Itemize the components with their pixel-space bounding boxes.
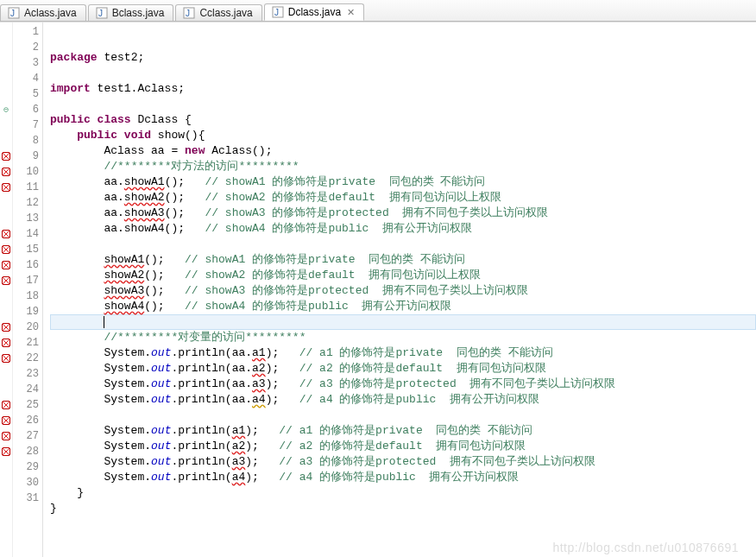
code-token: a3 xyxy=(232,455,246,468)
code-line[interactable]: showA3(); // showA3 的修饰符是protected 拥有不同包… xyxy=(50,283,756,299)
gutter-marker xyxy=(0,242,12,257)
code-token: ); xyxy=(245,440,279,453)
code-line[interactable]: System.out.println(a4); // a4 的修饰符是publi… xyxy=(50,470,756,485)
code-token: System. xyxy=(50,424,151,437)
code-token: ); xyxy=(266,362,299,375)
code-token: showA1 xyxy=(124,175,165,188)
code-line[interactable]: aa.showA2(); // showA2 的修饰符是default 拥有同包… xyxy=(50,190,756,206)
code-token: (); xyxy=(144,284,185,297)
java-file-icon: J xyxy=(8,7,20,19)
code-line[interactable]: System.out.println(aa.a3); // a3 的修饰符是pr… xyxy=(50,377,756,392)
code-token: .println(aa. xyxy=(171,377,252,390)
error-icon xyxy=(1,322,11,332)
code-line[interactable]: } xyxy=(50,485,756,501)
gutter-marker xyxy=(0,149,12,164)
code-line[interactable]: System.out.println(a2); // a2 的修饰符是defau… xyxy=(50,439,756,454)
gutter-marker xyxy=(0,351,12,366)
code-line[interactable] xyxy=(50,516,756,532)
code-token: a2 xyxy=(232,440,246,453)
code-line[interactable] xyxy=(50,408,756,423)
line-number: 14 xyxy=(13,226,39,242)
close-icon[interactable]: ✕ xyxy=(347,7,355,18)
svg-text:J: J xyxy=(10,9,15,18)
code-line[interactable]: } xyxy=(50,501,756,516)
line-number: 21 xyxy=(13,335,39,351)
code-line[interactable]: System.out.println(aa.a4); // a4 的修饰符是pu… xyxy=(50,392,756,408)
gutter-marker xyxy=(0,397,12,413)
code-editor[interactable]: ⊖ 12345678910111213141516171819202122232… xyxy=(0,22,756,557)
code-token: show(){ xyxy=(158,129,205,142)
gutter-marker xyxy=(0,195,12,211)
code-token: a2 xyxy=(252,362,266,375)
line-number: 6 xyxy=(13,102,39,117)
code-line[interactable]: System.out.println(aa.a2); // a2 的修饰符是de… xyxy=(50,361,756,377)
line-number: 3 xyxy=(13,55,39,71)
code-line[interactable]: System.out.println(a3); // a3 的修饰符是prote… xyxy=(50,454,756,470)
code-line[interactable]: System.out.println(a1); // a1 的修饰符是priva… xyxy=(50,423,756,439)
code-token: (); xyxy=(144,253,185,266)
gutter-marker xyxy=(0,211,12,226)
code-line[interactable]: import test1.Aclass; xyxy=(50,81,756,97)
code-line[interactable] xyxy=(50,66,756,81)
line-number-gutter: 1234567891011121314151617181920212223242… xyxy=(13,22,43,557)
line-number: 15 xyxy=(13,242,39,257)
code-token: System. xyxy=(50,471,151,484)
error-icon xyxy=(1,260,11,270)
gutter-marker xyxy=(0,288,12,304)
code-line[interactable]: //*********对变量的访问********* xyxy=(50,330,756,345)
editor-tab[interactable]: J Aclass.java xyxy=(0,4,86,21)
gutter-marker xyxy=(0,40,12,55)
code-line[interactable]: showA4(); // showA4 的修饰符是public 拥有公开访问权限 xyxy=(50,299,756,314)
editor-tab-active[interactable]: J Dclass.java ✕ xyxy=(264,3,364,21)
code-line[interactable]: //********对方法的访问********* xyxy=(50,159,756,174)
code-line[interactable]: Aclass aa = new Aclass(); xyxy=(50,143,756,159)
code-token: out xyxy=(151,346,171,359)
code-line[interactable] xyxy=(50,97,756,112)
code-line[interactable]: public void show(){ xyxy=(50,128,756,143)
code-token: (); xyxy=(144,300,185,313)
editor-tab[interactable]: J Cclass.java xyxy=(175,4,261,21)
code-token: .println( xyxy=(171,424,231,437)
code-token: //********对方法的访问********* xyxy=(104,160,299,173)
gutter-marker xyxy=(0,382,12,397)
java-file-icon: J xyxy=(96,7,108,19)
editor-tab-bar: J Aclass.java J Bclass.java J Cclass.jav… xyxy=(0,0,756,22)
code-token: // showA3 的修饰符是protected 拥有不同包子类以上访问权限 xyxy=(185,284,528,297)
code-token: (); xyxy=(165,206,205,219)
line-number: 4 xyxy=(13,71,39,86)
code-token: // showA1 的修饰符是private 同包的类 不能访问 xyxy=(185,253,465,266)
code-token: // showA4 的修饰符是public 拥有公开访问权限 xyxy=(185,300,451,313)
code-line[interactable]: public class Dclass { xyxy=(50,112,756,128)
gutter-marker xyxy=(0,226,12,242)
code-line[interactable]: System.out.println(aa.a1); // a1 的修饰符是pr… xyxy=(50,345,756,361)
code-token: public class xyxy=(50,113,137,126)
code-line[interactable] xyxy=(50,314,756,330)
code-line[interactable]: package test2; xyxy=(50,50,756,66)
code-token xyxy=(50,315,104,328)
gutter-marker xyxy=(0,444,12,459)
code-line[interactable]: aa.showA1(); // showA1 的修饰符是private 同包的类… xyxy=(50,174,756,190)
code-area[interactable]: package test2;import test1.Aclass;public… xyxy=(43,22,756,557)
code-token: package xyxy=(50,51,104,64)
code-line[interactable]: showA2(); // showA2 的修饰符是default 拥有同包访问以… xyxy=(50,268,756,283)
svg-text:J: J xyxy=(274,8,279,17)
error-icon xyxy=(1,244,11,255)
code-line[interactable]: showA1(); // showA1 的修饰符是private 同包的类 不能… xyxy=(50,252,756,268)
code-line[interactable]: aa.showA4(); // showA4 的修饰符是public 拥有公开访… xyxy=(50,221,756,237)
code-token: out xyxy=(151,362,171,375)
code-token: // a4 的修饰符是public 拥有公开访问权限 xyxy=(279,471,519,484)
code-token: // a3 的修饰符是protected 拥有不同包子类以上访问权限 xyxy=(299,377,616,390)
editor-tab[interactable]: J Bclass.java xyxy=(88,4,174,21)
line-number: 20 xyxy=(13,320,39,335)
java-file-icon: J xyxy=(272,6,284,18)
code-token: ); xyxy=(245,455,279,468)
line-number: 22 xyxy=(13,351,39,366)
code-line[interactable]: aa.showA3(); // showA3 的修饰符是protected 拥有… xyxy=(50,206,756,221)
error-icon xyxy=(1,415,11,426)
code-token: a1 xyxy=(232,424,246,437)
code-line[interactable] xyxy=(50,237,756,252)
fold-icon[interactable]: ⊖ xyxy=(3,104,9,115)
code-token: } xyxy=(50,502,57,515)
code-token: System. xyxy=(50,440,151,453)
code-token xyxy=(50,253,104,266)
